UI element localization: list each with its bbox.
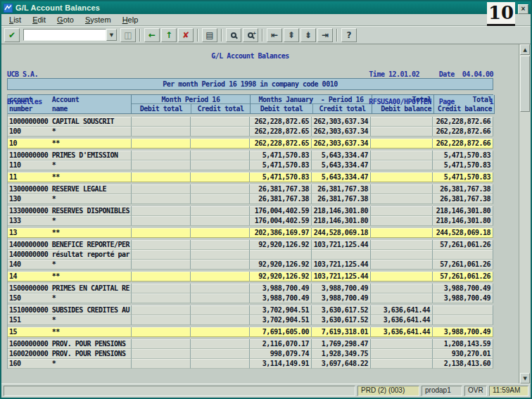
last-page-button[interactable]: ⇥ — [317, 28, 333, 42]
scrollbar-thumb[interactable] — [520, 56, 530, 112]
subtotal-row[interactable]: 110 *5,471,570.835,643,334.475,471,570.8… — [8, 160, 493, 170]
next-page-button[interactable]: ⇟ — [300, 28, 316, 42]
amount-cell: 7,619,318.01 — [312, 327, 371, 337]
amount-cell — [191, 228, 250, 238]
amount-cell — [191, 305, 250, 315]
total-row[interactable]: 14 **92,920,126.92103,721,125.4457,261,0… — [8, 272, 493, 281]
next-page-icon: ⇟ — [305, 30, 312, 40]
amount-cell — [191, 160, 250, 170]
subtotal-row[interactable]: 151 *3,702,904.513,630,617.523,636,641.4… — [8, 315, 493, 325]
subtotal-row[interactable]: 130 *26,381,767.3826,381,767.3826,381,76… — [8, 194, 493, 204]
amount-cell — [191, 206, 250, 216]
amount-cell: 92,920,126.92 — [250, 260, 312, 270]
total-row[interactable]: 13 **202,386,169.97244,528,069.18244,528… — [8, 228, 493, 238]
toolbar-separator — [336, 29, 338, 42]
amount-cell: 176,004,402.59 — [250, 206, 312, 216]
help-button[interactable]: ? — [341, 28, 357, 42]
window-controls: × — [518, 1, 528, 14]
amount-cell: 26,381,767.38 — [433, 184, 493, 194]
amount-cell: 3,636,641.44 — [371, 315, 433, 325]
menu-edit[interactable]: Edit — [27, 15, 51, 25]
amount-cell — [371, 194, 433, 204]
column-group-months-january-period-16: Months January - Period 16 Debit total C… — [251, 95, 372, 114]
amount-cell — [191, 240, 250, 250]
column-header-credit-total-1: Credit total — [191, 104, 250, 113]
amount-cell: 3,988,700.49 — [433, 284, 493, 293]
amount-cell: 5,471,570.83 — [250, 160, 312, 170]
command-dropdown-button[interactable]: ▼ — [106, 29, 117, 41]
amount-cell — [371, 260, 433, 270]
amount-cell — [433, 250, 493, 260]
table-row[interactable]: 1510000000 SUBSIDES CREDITES AU3,702,904… — [8, 305, 493, 315]
toolbar-left-group: ✔ — [4, 28, 20, 42]
table-row[interactable]: 1600000000 PROV. POUR PENSIONS2,116,070.… — [8, 339, 493, 349]
amount-cell — [371, 272, 433, 281]
exit-icon: ↑ — [165, 30, 172, 40]
table-row[interactable]: 1100000000 PRIMES D'EMISSION5,471,570.83… — [8, 151, 493, 160]
total-row[interactable]: 11 **5,471,570.835,643,334.475,471,570.8… — [8, 172, 493, 182]
amount-cell — [191, 272, 250, 281]
company-city: Bruxelles — [7, 97, 42, 106]
find-next-button[interactable]: + — [243, 28, 258, 42]
menu-system[interactable]: System — [80, 15, 117, 25]
amount-cell: 3,988,700.49 — [250, 284, 312, 293]
account-cell: 100 * — [8, 127, 132, 137]
print-button[interactable]: ▤ — [202, 28, 217, 42]
table-row[interactable]: 1500000000 PRIMES EN CAPITAL RE3,988,700… — [8, 284, 493, 293]
back-button[interactable]: ← — [144, 28, 160, 42]
amount-cell — [132, 349, 191, 359]
first-page-button[interactable]: ⇤ — [267, 28, 282, 42]
prev-page-button[interactable]: ⇞ — [284, 28, 299, 42]
subtotal-row[interactable]: 150 *3,988,700.493,988,700.493,988,700.4… — [8, 293, 493, 303]
subtotal-row[interactable]: 140 *92,920,126.92103,721,125.4457,261,0… — [8, 260, 493, 270]
subtotal-row[interactable]: 100 *262,228,872.65262,303,637.34262,228… — [8, 127, 493, 137]
amount-cell — [132, 206, 191, 216]
save-button[interactable]: ◫ — [120, 28, 136, 42]
table-row[interactable]: 1330000000 RESERVES DISPONIBLES176,004,4… — [8, 206, 493, 216]
account-cell: 160 * — [8, 359, 132, 369]
enter-button[interactable]: ✔ — [4, 28, 20, 42]
total-row[interactable]: 10 **262,228,872.65262,303,637.34262,228… — [8, 139, 493, 148]
amount-cell: 5,471,570.83 — [250, 151, 312, 160]
amount-cell: 103,721,125.44 — [312, 260, 371, 270]
amount-cell: 5,471,570.83 — [433, 160, 493, 170]
exit-button[interactable]: ↑ — [161, 28, 177, 42]
account-cell: 1400000000 résultat reporté par — [8, 250, 132, 260]
subtotal-row[interactable]: 160 *3,114,149.913,697,648.222,138,413.6… — [8, 359, 493, 369]
amount-cell — [371, 139, 433, 148]
amount-cell: 3,988,700.49 — [250, 293, 312, 303]
menu-list[interactable]: List — [4, 15, 27, 25]
amount-cell: 244,528,069.18 — [312, 228, 371, 238]
menu-help[interactable]: Help — [117, 15, 144, 25]
close-button[interactable]: × — [518, 4, 528, 14]
find-button[interactable] — [226, 28, 241, 42]
menu-goto[interactable]: Goto — [51, 15, 80, 25]
amount-cell — [312, 250, 371, 260]
amount-cell: 103,721,125.44 — [312, 240, 371, 250]
back-icon: ← — [148, 30, 156, 40]
account-cell: 1400000000 BENEFICE REPORTE/PER — [8, 240, 132, 250]
table-row[interactable]: 1400000000 résultat reporté par — [8, 250, 493, 260]
vertical-scrollbar[interactable]: ▲ ▼ — [519, 44, 531, 384]
amount-cell: 244,528,069.18 — [433, 228, 493, 238]
total-row[interactable]: 15 **7,691,605.007,619,318.013,636,641.4… — [8, 327, 493, 337]
cancel-icon: ✘ — [182, 30, 189, 40]
subtotal-row[interactable]: 133 *176,004,402.59218,146,301.80218,146… — [8, 216, 493, 226]
scroll-up-button[interactable]: ▲ — [520, 44, 530, 55]
scroll-down-button[interactable]: ▼ — [520, 373, 530, 384]
amount-cell — [191, 327, 250, 337]
table-row[interactable]: 1300000000 RESERVE LEGALE26,381,767.3826… — [8, 184, 493, 194]
amount-cell: 262,228,872.65 — [250, 127, 312, 137]
toolbar-separator — [197, 29, 198, 42]
account-cell: 110 * — [8, 160, 132, 170]
table-row[interactable]: 1400000000 BENEFICE REPORTE/PER92,920,12… — [8, 240, 493, 250]
status-time: 11:59AM — [489, 386, 528, 396]
amount-cell — [371, 184, 433, 194]
amount-cell: 3,702,904.51 — [250, 315, 312, 325]
table-row[interactable]: 1600200000 PROV. POUR PENSIONS998,079.74… — [8, 349, 493, 359]
amount-cell — [191, 117, 250, 127]
cancel-button[interactable]: ✘ — [178, 28, 194, 42]
menu-bar: ListEditGotoSystemHelp — [1, 14, 531, 26]
amount-cell: 5,643,334.47 — [312, 172, 371, 182]
command-input[interactable] — [23, 29, 106, 41]
